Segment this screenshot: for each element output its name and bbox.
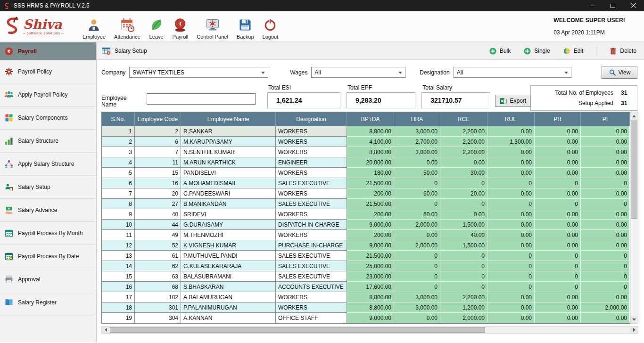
table-row[interactable]: 1044G.DURAISAMYDISPATCH IN-CHARGE9,000.0… (102, 220, 630, 230)
view-button[interactable]: View (602, 66, 637, 79)
sidebar-item-salary-structure[interactable]: Salary Structure (0, 130, 96, 153)
sidebar-item-salary-register[interactable]: Salary Register (0, 291, 96, 314)
toolbar-item-leave[interactable]: Leave (145, 17, 168, 40)
table-row[interactable]: 37N.SENTHIL KUMARWORKERS8,800.003,000.00… (102, 147, 630, 157)
toolbar-item-logout[interactable]: Logout (258, 17, 283, 40)
cell-employee-name: C.PANDEESWARI (181, 188, 276, 199)
sidebar-item-salary-advance[interactable]: Salary Advance (0, 199, 96, 222)
sidebar-item-apply-payroll-policy[interactable]: Apply Payroll Policy (0, 83, 96, 106)
advance-hand-icon (4, 205, 14, 215)
components-blocks-icon (4, 113, 14, 122)
table-row[interactable]: 616A.MOHAMEDISMAILSALES EXECUTIVE21,500.… (102, 178, 630, 188)
cell-amount: 0.00 (487, 188, 535, 199)
table-row[interactable]: 940SRIDEVIWORKERS200.0060.000.000.000.00… (102, 209, 630, 220)
chevron-down-icon (261, 72, 265, 74)
cell-employee-name: M.ARUN KARTHICK (181, 157, 276, 168)
column-header-pr[interactable]: PR (535, 112, 581, 126)
table-row[interactable]: 1361P.MUTHUVEL PANDISALES EXECUTIVE21,50… (102, 251, 630, 261)
scroll-right-button[interactable] (630, 327, 638, 333)
table-row[interactable]: 827B.MANIKANDANSALES EXECUTIVE21,500.000… (102, 199, 630, 209)
table-row[interactable]: 19304A.KANNANOFFICE STAFF9,000.000.002,0… (102, 313, 630, 323)
column-header-rue[interactable]: RUE (487, 112, 535, 126)
column-header-employee-code[interactable]: Employee Code (135, 112, 181, 126)
toolbar-item-control-panel[interactable]: Control Panel (192, 17, 232, 40)
company-select[interactable]: SWATHY TEXTILES (129, 67, 268, 78)
column-header-pi[interactable]: PI (581, 112, 630, 126)
toolbar-item-attendance[interactable]: Attendance (110, 17, 145, 40)
content-topbar: Salary Setup Bulk Single Edit Delete (97, 42, 644, 60)
scroll-down-button[interactable] (630, 316, 638, 323)
table-row[interactable]: 18301P.PALANIMURUGANWORKERS8,800.003,000… (102, 302, 630, 313)
cell-amount: 0.00 (535, 230, 581, 240)
horizontal-scroll-thumb[interactable] (110, 327, 485, 333)
minimize-button[interactable] (582, 0, 603, 11)
scroll-left-button[interactable] (102, 327, 109, 333)
table-row[interactable]: 12R.SANKARWORKERS8,800.003,000.002,200.0… (102, 126, 630, 137)
table-row[interactable]: 1462G.KULASEKARARAJASALES EXECUTIVE25,00… (102, 261, 630, 271)
app-toolbar: Employee Attendance Leave ₹ Payroll Cont… (78, 14, 282, 40)
toolbar-item-payroll[interactable]: ₹ Payroll (168, 17, 193, 40)
scroll-up-button[interactable] (630, 112, 638, 120)
single-button[interactable]: Single (523, 47, 550, 55)
column-header-employee-name[interactable]: Employee Name (181, 112, 276, 126)
cell-amount: 2,200.00 (440, 292, 487, 302)
horizontal-scrollbar[interactable] (101, 326, 638, 334)
toolbar-item-backup[interactable]: Backup (232, 17, 258, 40)
sidebar-item-payroll-process-by-month[interactable]: Payroll Process By Month (0, 222, 96, 245)
cell-sno: 5 (102, 168, 135, 178)
table-row[interactable]: 1149M.THENMOZHIWORKERS200.000.0040.000.0… (102, 230, 630, 240)
cell-sno: 6 (102, 178, 135, 188)
edit-button[interactable]: Edit (563, 47, 584, 55)
cell-amount: 2,000.00 (394, 240, 440, 251)
cell-amount: 0 (440, 282, 487, 292)
column-header-bp-da[interactable]: BP+DA (347, 112, 394, 126)
maximize-button[interactable] (603, 0, 623, 11)
table-row[interactable]: 720C.PANDEESWARIWORKERS200.0060.0020.000… (102, 188, 630, 199)
cell-sno: 16 (102, 282, 135, 292)
edit-globe-icon (563, 47, 571, 55)
table-row[interactable]: 17102A.BALAMURUGANWORKERS8,800.003,000.0… (102, 292, 630, 302)
table-row[interactable]: 411M.ARUN KARTHICKENGINEER20,000.000.000… (102, 157, 630, 168)
table-row[interactable]: 515PANDISELVIWORKERS180.0050.0030.000.00… (102, 168, 630, 178)
sidebar-item-payroll-policy[interactable]: Payroll Policy (0, 60, 96, 83)
delete-button[interactable]: Delete (609, 47, 636, 55)
cell-designation: SALES EXECUTIVE (276, 178, 347, 188)
sidebar-item-salary-setup[interactable]: Salary Setup (0, 176, 96, 199)
cell-amount: 0.00 (581, 240, 630, 251)
cell-designation: OFFICE STAFF (276, 313, 347, 323)
column-header-hra[interactable]: HRA (394, 112, 440, 126)
designation-select[interactable]: All (454, 67, 571, 78)
cell-designation: PURCHASE IN-CHARGE (276, 240, 347, 251)
sidebar-item-salary-components[interactable]: Salary Components (0, 106, 96, 130)
table-row[interactable]: 1252K.VIGNESH KUMARPURCHASE IN-CHARGE9,0… (102, 240, 630, 251)
employee-name-input[interactable] (147, 93, 256, 105)
vertical-scroll-thumb[interactable] (631, 120, 637, 219)
column-header-s-no[interactable]: S.No. (102, 112, 135, 126)
bulk-button[interactable]: Bulk (489, 47, 511, 55)
sidebar-item-payroll[interactable]: ₹ Payroll (0, 42, 96, 60)
delete-trash-icon (609, 47, 617, 55)
cell-amount: 0.00 (487, 292, 535, 302)
vertical-scrollbar[interactable] (630, 112, 638, 324)
sidebar-item-payroll-process-by-date[interactable]: Payroll Process By Date (0, 245, 96, 268)
wages-select[interactable]: All (311, 67, 405, 78)
close-button[interactable] (623, 0, 644, 11)
column-header-rce[interactable]: RCE (440, 112, 487, 126)
cell-designation: ACCOUNTS EXECUTIVE (276, 282, 347, 292)
cell-amount: 0.00 (535, 313, 581, 323)
cell-amount: 0.00 (535, 209, 581, 220)
table-row[interactable]: 1563BALASUBRAMANISALES EXECUTIVE23,000.0… (102, 271, 630, 282)
table-row[interactable]: 1668S.BHASKARANACCOUNTS EXECUTIVE17,600.… (102, 282, 630, 292)
export-button[interactable]: Export (495, 95, 530, 107)
column-header-designation[interactable]: Designation (276, 112, 347, 126)
vertical-scroll-track[interactable] (630, 120, 638, 316)
sidebar-item-apply-salary-structure[interactable]: Apply Salary Structure (0, 153, 96, 176)
cell-amount: 0.00 (440, 157, 487, 168)
table-row[interactable]: 26M.KARUPPASAMYWORKERS4,100.002,700.002,… (102, 137, 630, 147)
cell-amount: 0.00 (487, 209, 535, 220)
cell-amount: 0.00 (581, 209, 630, 220)
cell-amount: 0 (487, 199, 535, 209)
toolbar-item-employee[interactable]: Employee (78, 17, 110, 40)
sidebar-item-approval[interactable]: Approval (0, 268, 96, 291)
total-employees-value: 31 (621, 90, 631, 96)
